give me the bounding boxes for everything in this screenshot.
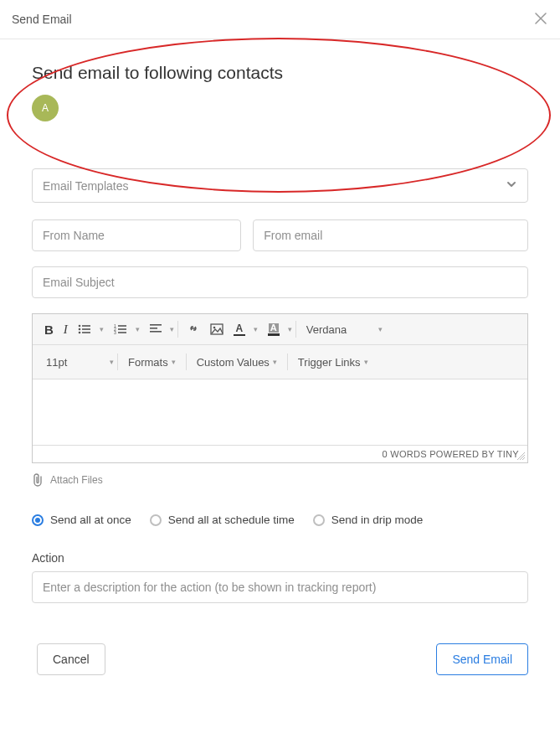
email-subject-input[interactable] — [32, 266, 528, 298]
svg-point-4 — [79, 332, 81, 334]
font-family-select[interactable]: Verdana — [300, 319, 375, 339]
footer-buttons: Cancel Send Email — [32, 643, 528, 675]
modal-header: Send Email — [0, 0, 560, 39]
editor-toolbar-row2: 11pt ▾ Formats ▾ Custom Values ▾ Trigger… — [33, 345, 527, 379]
trigger-links-menu[interactable]: Trigger Links ▾ — [291, 352, 375, 372]
close-icon — [535, 13, 547, 24]
font-family-label: Verdana — [306, 323, 347, 336]
custom-values-menu[interactable]: Custom Values ▾ — [190, 352, 284, 372]
chevron-down-icon[interactable]: ▾ — [100, 325, 104, 333]
action-description-input[interactable] — [32, 571, 528, 603]
formats-label: Formats — [128, 356, 168, 369]
close-button[interactable] — [535, 12, 547, 27]
paperclip-icon — [32, 473, 44, 487]
chevron-down-icon[interactable]: ▾ — [136, 325, 140, 333]
bullet-list-icon — [78, 323, 91, 335]
cancel-button[interactable]: Cancel — [37, 643, 105, 675]
chevron-down-icon[interactable]: ▾ — [288, 325, 292, 333]
svg-rect-12 — [150, 324, 162, 326]
contacts-heading: Send email to following contacts — [32, 61, 528, 85]
toolbar-separator — [295, 321, 296, 338]
action-label: Action — [32, 551, 528, 565]
svg-rect-3 — [82, 329, 90, 331]
from-email-input[interactable] — [253, 219, 528, 251]
chevron-down-icon[interactable]: ▾ — [110, 358, 114, 366]
text-color-button[interactable]: A — [229, 319, 250, 339]
radio-icon — [150, 514, 162, 526]
form-area: Email Templates B I — [32, 168, 528, 675]
svg-point-0 — [79, 325, 81, 328]
chevron-down-icon[interactable]: ▾ — [254, 325, 258, 333]
svg-rect-7 — [118, 326, 126, 328]
image-button[interactable] — [205, 319, 229, 339]
align-button[interactable] — [145, 319, 167, 339]
toolbar-separator — [177, 321, 178, 338]
svg-rect-5 — [82, 333, 90, 334]
bullet-list-button[interactable] — [73, 319, 96, 339]
radio-label: Send in drip mode — [331, 514, 424, 526]
chevron-down-icon: ▾ — [364, 358, 368, 366]
chevron-down-icon[interactable]: ▾ — [378, 325, 383, 333]
avatar-initial: A — [42, 102, 49, 114]
radio-send-drip[interactable]: Send in drip mode — [313, 514, 424, 526]
editor-word-count: 0 WORDS POWERED BY TINY — [382, 449, 519, 459]
toolbar-separator — [186, 354, 187, 370]
svg-rect-13 — [150, 328, 157, 329]
svg-point-2 — [79, 328, 81, 331]
italic-button[interactable]: I — [59, 319, 73, 339]
chevron-down-icon: ▾ — [172, 358, 176, 366]
action-row: Action — [32, 551, 528, 603]
radio-label: Send all at once — [50, 514, 131, 526]
radio-send-schedule[interactable]: Send all at schedule time — [150, 514, 295, 526]
numbered-list-button[interactable]: 1 2 3 — [109, 319, 132, 339]
attach-files-button[interactable]: Attach Files — [32, 473, 103, 487]
email-templates-select[interactable]: Email Templates — [32, 168, 528, 203]
from-row — [32, 219, 528, 251]
chevron-down-icon — [506, 178, 517, 193]
toolbar-separator — [117, 354, 118, 370]
radio-icon — [32, 514, 44, 526]
resize-handle[interactable] — [517, 452, 526, 461]
modal-body: Send email to following contacts A Email… — [0, 39, 560, 675]
from-name-input[interactable] — [32, 219, 241, 251]
image-icon — [210, 323, 223, 335]
custom-values-label: Custom Values — [197, 356, 270, 369]
editor-toolbar-row1: B I ▾ 1 2 3 ▾ — [33, 314, 527, 345]
email-templates-placeholder: Email Templates — [43, 179, 128, 193]
send-mode-row: Send all at once Send all at schedule ti… — [32, 514, 528, 526]
svg-rect-1 — [82, 326, 90, 328]
chevron-down-icon[interactable]: ▾ — [170, 325, 174, 333]
align-left-icon — [150, 324, 162, 334]
rich-text-editor: B I ▾ 1 2 3 ▾ — [32, 313, 528, 463]
link-button[interactable] — [182, 319, 205, 339]
numbered-list-icon: 1 2 3 — [114, 323, 127, 335]
radio-icon — [313, 514, 325, 526]
toolbar-separator — [287, 354, 288, 370]
link-icon — [187, 323, 200, 335]
bold-button[interactable]: B — [39, 319, 59, 339]
font-size-select[interactable]: 11pt — [39, 352, 106, 372]
svg-text:3: 3 — [114, 330, 116, 335]
contact-avatar[interactable]: A — [32, 95, 59, 121]
font-size-label: 11pt — [46, 356, 67, 369]
svg-point-16 — [213, 327, 216, 329]
svg-rect-14 — [150, 331, 162, 333]
subject-row — [32, 266, 528, 298]
radio-label: Send all at schedule time — [168, 514, 295, 526]
editor-footer: 0 WORDS POWERED BY TINY — [33, 445, 527, 462]
attach-files-label: Attach Files — [50, 474, 103, 486]
modal-title: Send Email — [12, 13, 72, 26]
formats-menu[interactable]: Formats ▾ — [121, 352, 182, 372]
background-color-button[interactable]: A — [263, 319, 285, 339]
trigger-links-label: Trigger Links — [298, 356, 361, 369]
editor-content-area[interactable] — [33, 379, 527, 445]
svg-rect-11 — [118, 333, 126, 334]
send-email-button[interactable]: Send Email — [436, 643, 528, 675]
contacts-row: A — [32, 95, 528, 121]
chevron-down-icon: ▾ — [273, 358, 277, 366]
svg-rect-9 — [118, 329, 126, 331]
radio-send-all-at-once[interactable]: Send all at once — [32, 514, 131, 526]
